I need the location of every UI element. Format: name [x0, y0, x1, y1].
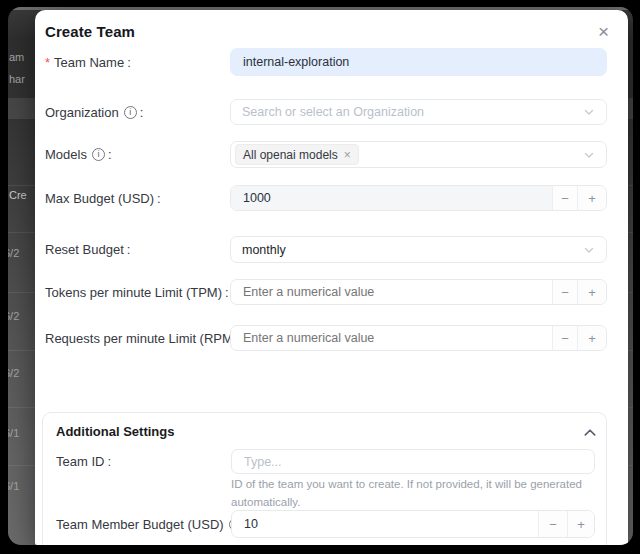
label-colon: : — [225, 285, 229, 300]
team-name-input[interactable] — [230, 48, 607, 76]
team-id-label: Team ID : — [56, 449, 111, 474]
backdrop-text-fragment: 6/2 — [8, 310, 19, 322]
chevron-down-icon — [583, 106, 595, 118]
plus-icon: + — [588, 191, 596, 206]
label-text: Team Name — [54, 55, 124, 70]
team-member-budget-field: − + — [231, 510, 595, 538]
team-member-budget-input[interactable] — [232, 511, 538, 537]
organization-label: Organization i : — [45, 99, 143, 125]
remove-tag-icon[interactable]: × — [344, 149, 351, 161]
tpm-limit-label: Tokens per minute Limit (TPM) : — [45, 279, 229, 305]
tpm-limit-input[interactable] — [231, 280, 552, 304]
rpm-decrement-button[interactable]: − — [552, 326, 577, 350]
additional-settings-title: Additional Settings — [56, 424, 174, 439]
team-name-field — [230, 48, 607, 76]
label-text: Max Budget (USD) — [45, 191, 154, 206]
rpm-increment-button[interactable]: + — [577, 326, 606, 350]
label-colon: : — [108, 147, 112, 162]
team-id-help-text: ID of the team you want to create. If no… — [231, 475, 601, 512]
reset-budget-select[interactable]: monthly — [230, 236, 607, 263]
team-name-label: * Team Name : — [45, 48, 131, 76]
backdrop-text-fragment: 6/1 — [8, 427, 19, 439]
plus-icon: + — [577, 517, 585, 532]
minus-icon: − — [561, 191, 569, 206]
organization-search-input[interactable] — [242, 105, 583, 119]
label-text: Requests per minute Limit (RPM) — [45, 331, 237, 346]
backdrop-text-fragment: 6/2 — [8, 367, 19, 379]
additional-settings-panel: Additional Settings Team ID : ID of the … — [42, 412, 607, 545]
minus-icon: − — [561, 285, 569, 300]
label-colon: : — [157, 191, 161, 206]
rpm-limit-input[interactable] — [231, 326, 552, 350]
close-icon[interactable]: × — [591, 19, 616, 44]
backdrop-text-fragment: har — [9, 73, 25, 85]
backdrop-text-fragment: am — [9, 51, 24, 63]
minus-icon: − — [549, 517, 557, 532]
max-budget-input[interactable] — [231, 186, 552, 210]
chevron-down-icon — [583, 244, 595, 256]
required-mark: * — [45, 55, 50, 70]
label-colon: : — [127, 55, 131, 70]
plus-icon: + — [588, 331, 596, 346]
chevron-down-icon — [583, 149, 595, 161]
member-budget-increment-button[interactable]: + — [567, 511, 594, 537]
max-budget-increment-button[interactable]: + — [577, 186, 606, 210]
rpm-limit-field: − + — [230, 325, 607, 351]
team-member-budget-label: Team Member Budget (USD) ? : — [56, 510, 248, 538]
label-colon: : — [107, 454, 111, 469]
tag-text: All openai models — [243, 148, 338, 162]
reset-budget-label: Reset Budget : — [45, 236, 130, 263]
reset-budget-value: monthly — [242, 243, 583, 257]
max-budget-field: − + — [230, 185, 607, 211]
label-text: Organization — [45, 105, 119, 120]
label-text: Tokens per minute Limit (TPM) — [45, 285, 222, 300]
label-text: Team Member Budget (USD) — [56, 517, 224, 532]
modal-title: Create Team — [45, 23, 135, 40]
max-budget-decrement-button[interactable]: − — [552, 186, 577, 210]
chevron-up-icon[interactable] — [583, 426, 597, 438]
dimmed-background: am har Cre 6/2 6/2 6/2 6/1 6/1 Create Te… — [8, 7, 633, 545]
rpm-limit-label: Requests per minute Limit (RPM) : — [45, 325, 244, 351]
backdrop-text-fragment: 6/1 — [8, 480, 19, 492]
max-budget-label: Max Budget (USD) : — [45, 185, 161, 211]
models-select[interactable]: All openai models × — [230, 141, 607, 168]
label-text: Models — [45, 147, 87, 162]
create-team-modal: Create Team × * Team Name : Organization… — [35, 10, 628, 545]
info-icon[interactable]: i — [124, 106, 137, 119]
backdrop-text-fragment: Cre — [9, 189, 27, 201]
minus-icon: − — [561, 331, 569, 346]
label-text: Reset Budget — [45, 242, 124, 257]
team-id-field — [231, 449, 595, 474]
selected-model-tag: All openai models × — [235, 144, 359, 165]
tpm-decrement-button[interactable]: − — [552, 280, 577, 304]
tpm-increment-button[interactable]: + — [577, 280, 606, 304]
plus-icon: + — [588, 285, 596, 300]
models-label: Models i : — [45, 141, 112, 168]
tpm-limit-field: − + — [230, 279, 607, 305]
member-budget-decrement-button[interactable]: − — [538, 511, 567, 537]
backdrop-text-fragment: 6/2 — [8, 247, 19, 259]
organization-select[interactable] — [230, 99, 607, 125]
label-colon: : — [140, 105, 144, 120]
label-colon: : — [127, 242, 131, 257]
team-id-input[interactable] — [231, 449, 595, 474]
label-text: Team ID — [56, 454, 104, 469]
info-icon[interactable]: i — [92, 148, 105, 161]
